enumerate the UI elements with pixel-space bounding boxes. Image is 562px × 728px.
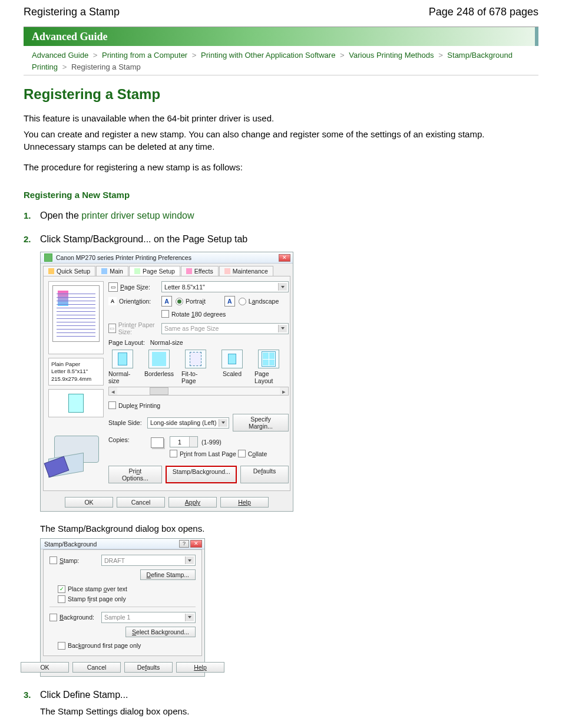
layout-page-layout[interactable]: Page Layout <box>254 350 283 384</box>
printer-driver-link[interactable]: printer driver setup window <box>81 210 194 220</box>
close-icon[interactable]: ✕ <box>279 254 290 262</box>
background-select[interactable]: Sample 1 <box>101 612 196 623</box>
stamp-background-button[interactable]: Stamp/Background... <box>166 466 237 483</box>
landscape-radio[interactable]: Landscape <box>239 298 279 305</box>
cancel-button[interactable]: Cancel <box>117 497 165 508</box>
copies-label: Copies: <box>108 436 146 443</box>
page-layout-value: Normal-size <box>150 339 183 346</box>
rotate-180-checkbox[interactable]: Rotate 180 degrees <box>161 310 226 318</box>
crumb-0[interactable]: Advanced Guide <box>32 51 88 60</box>
collate-checkbox[interactable]: Collate <box>238 450 267 457</box>
step-num-1: 1. <box>24 210 31 220</box>
tab-main[interactable]: Main <box>96 266 128 276</box>
doc-title: Registering a Stamp <box>24 6 120 18</box>
copies-input[interactable] <box>170 436 198 447</box>
orientation-label: Orientation: <box>119 298 151 305</box>
page-title: Registering a Stamp <box>24 86 538 103</box>
tab-effects[interactable]: Effects <box>181 266 219 276</box>
tabs: Quick Setup Main Page Setup Effects Main… <box>41 263 293 276</box>
defaults-button[interactable]: Defaults <box>240 466 289 483</box>
background-checkbox[interactable]: Background: <box>49 614 97 621</box>
ok-button[interactable]: OK <box>21 662 69 673</box>
intro-0: This feature is unavailable when the 64-… <box>24 112 538 124</box>
layout-options: Normal-size Borderless Fit-to-Page Scale… <box>108 350 289 384</box>
place-over-checkbox[interactable]: ✓Place stamp over text <box>58 585 127 593</box>
specify-margin-button[interactable]: Specify Margin... <box>233 414 289 431</box>
printer-illustration <box>48 421 104 486</box>
step-3-title: Click Define Stamp... <box>40 690 128 700</box>
staple-label: Staple Side: <box>108 419 144 426</box>
stamp-firstpage-checkbox[interactable]: Stamp first page only <box>58 595 126 603</box>
tab-page-setup[interactable]: Page Setup <box>129 266 180 276</box>
help-button[interactable]: Help <box>176 662 224 673</box>
printing-preferences-dialog: Canon MP270 series Printer Printing Pref… <box>40 252 293 512</box>
ok-button[interactable]: OK <box>65 497 113 508</box>
apply-button[interactable]: Apply <box>168 497 217 508</box>
intro-2: The procedure for registering a new stam… <box>24 161 538 173</box>
help-icon[interactable]: ? <box>179 540 189 548</box>
staple-select[interactable]: Long-side stapling (Left) <box>147 417 229 429</box>
thumb-preview <box>48 389 104 417</box>
layout-normal[interactable]: Normal-size <box>108 350 137 384</box>
printer-paper-select: Same as Page Size <box>161 323 289 334</box>
copies-range: (1-999) <box>201 439 222 446</box>
stamp-checkbox[interactable]: Stamp: <box>49 556 97 564</box>
stamp-select[interactable]: DRAFT <box>101 555 196 566</box>
printer-paper-icon: ▭ <box>108 324 116 333</box>
page-size-select[interactable]: Letter 8.5"x11" <box>161 281 289 292</box>
step-2-title: Click Stamp/Background... on the Page Se… <box>40 234 247 244</box>
step-num-2: 2. <box>24 234 31 244</box>
tab-maintenance[interactable]: Maintenance <box>219 266 273 276</box>
section-heading: Registering a New Stamp <box>24 190 538 200</box>
step-1-title: Open the printer driver setup window <box>40 210 194 220</box>
layout-fit[interactable]: Fit-to-Page <box>181 350 210 384</box>
page-layout-label: Page Layout: <box>108 339 145 346</box>
tab-quick-setup[interactable]: Quick Setup <box>43 266 95 276</box>
printer-paper-label: Printer Paper Size: <box>118 321 158 335</box>
select-background-button[interactable]: Select Background... <box>125 627 196 637</box>
banner-advanced-guide: Advanced Guide <box>24 27 538 46</box>
page-size-label: Page Size: <box>120 284 150 291</box>
print-last-checkbox[interactable]: Print from Last Page <box>170 450 236 457</box>
step-2-after: The Stamp/Background dialog box opens. <box>40 522 538 535</box>
landscape-icon: A <box>224 296 235 307</box>
intro-1: You can create and register a new stamp.… <box>24 128 538 153</box>
copies-icon <box>150 436 166 450</box>
crumb-2[interactable]: Printing with Other Application Software <box>201 51 335 60</box>
page-size-icon: ▭ <box>108 282 118 292</box>
help-button[interactable]: Help <box>220 497 269 508</box>
crumb-1[interactable]: Printing from a Computer <box>102 51 187 60</box>
orientation-icon: A <box>108 297 117 305</box>
print-options-button[interactable]: Print Options... <box>108 466 162 483</box>
define-stamp-button[interactable]: Define Stamp... <box>140 569 196 580</box>
page-preview <box>48 281 104 354</box>
media-info: Plain Paper Letter 8.5"x11" 215.9x279.4m… <box>48 358 104 386</box>
cancel-button[interactable]: Cancel <box>72 662 121 673</box>
bg-firstpage-checkbox[interactable]: Background first page only <box>58 642 141 650</box>
dialog1-title: Canon MP270 series Printer Printing Pref… <box>56 254 191 261</box>
layout-scaled[interactable]: Scaled <box>218 350 246 384</box>
portrait-icon: A <box>161 296 172 307</box>
layout-scrollbar[interactable]: ◂▸ <box>108 387 289 396</box>
close-icon[interactable]: ✕ <box>190 540 202 548</box>
crumb-3[interactable]: Various Printing Methods <box>349 51 434 60</box>
crumb-current: Registering a Stamp <box>71 62 141 71</box>
step-3-after: The Stamp Settings dialog box opens. <box>40 705 538 717</box>
dialog2-title: Stamp/Background <box>44 541 97 548</box>
page-indicator: Page 248 of 678 pages <box>429 6 538 18</box>
breadcrumb: Advanced Guide > Printing from a Compute… <box>32 50 538 73</box>
app-icon <box>44 253 52 262</box>
defaults-button[interactable]: Defaults <box>124 662 173 673</box>
portrait-radio[interactable]: Portrait <box>176 298 206 305</box>
step-num-3: 3. <box>24 690 31 700</box>
stamp-background-dialog: Stamp/Background ? ✕ Stamp: DRAFT De <box>40 538 205 677</box>
layout-borderless[interactable]: Borderless <box>145 350 173 384</box>
duplex-checkbox[interactable]: Duplex Printing <box>108 401 160 409</box>
